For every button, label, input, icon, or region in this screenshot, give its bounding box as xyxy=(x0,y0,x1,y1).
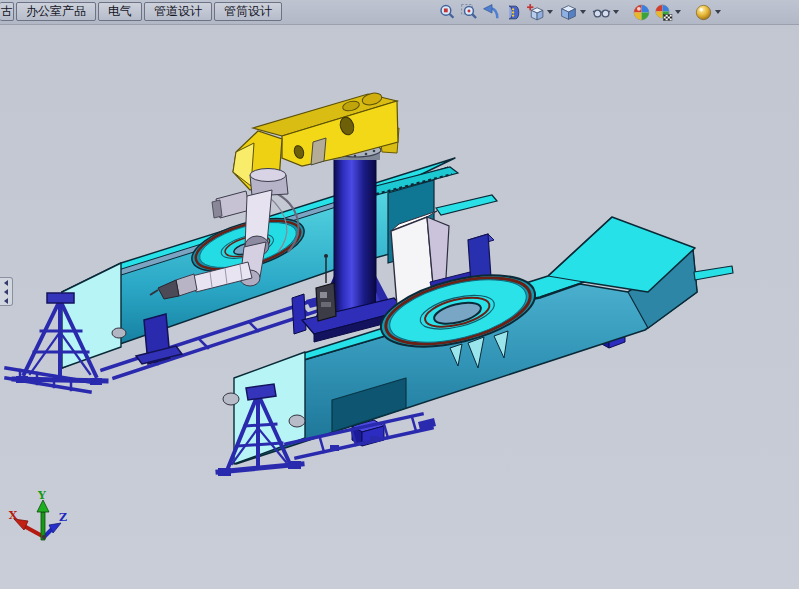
hide-show-items-icon[interactable] xyxy=(592,3,611,22)
collapse-arrow-icon xyxy=(4,298,8,304)
previous-view-icon[interactable] xyxy=(482,3,501,22)
dropdown-arrow[interactable] xyxy=(715,10,721,14)
axis-label-x: X xyxy=(9,509,18,522)
dropdown-arrow[interactable] xyxy=(580,10,586,14)
dropdown-arrow[interactable] xyxy=(675,10,681,14)
featuremanager-collapse-button[interactable] xyxy=(0,277,13,306)
tab-tubing-design[interactable]: 管筒设计 xyxy=(214,2,282,21)
command-manager-bar: 古 办公室产品 电气 管道设计 管筒设计 xyxy=(0,0,799,25)
pivot-pin[interactable] xyxy=(223,393,239,405)
realview-graphics-icon[interactable] xyxy=(632,3,651,22)
view-toolbar xyxy=(436,1,725,23)
apply-scene-icon[interactable] xyxy=(654,3,673,22)
pivot-pin[interactable] xyxy=(289,415,305,427)
zoom-to-area-icon[interactable] xyxy=(460,3,479,22)
viewport-3d[interactable]: X Y Z xyxy=(0,0,799,589)
dropdown-arrow[interactable] xyxy=(613,10,619,14)
pivot-pin[interactable] xyxy=(112,328,126,338)
tab-electrical[interactable]: 电气 xyxy=(98,2,142,21)
display-style-icon[interactable] xyxy=(559,3,578,22)
tab-partial[interactable]: 古 xyxy=(0,2,14,21)
view-settings-icon[interactable] xyxy=(694,3,713,22)
tab-office-products[interactable]: 办公室产品 xyxy=(16,2,96,21)
axis-label-z: Z xyxy=(59,511,67,524)
collapse-arrow-icon xyxy=(4,289,8,295)
tab-piping-design[interactable]: 管道设计 xyxy=(144,2,212,21)
application-window: X Y Z 古 办公室产品 电气 管道设计 管筒设计 xyxy=(0,0,799,589)
collapse-arrow-icon xyxy=(4,280,8,286)
section-view-icon[interactable] xyxy=(504,3,523,22)
view-orientation-icon[interactable] xyxy=(526,3,545,22)
dropdown-arrow[interactable] xyxy=(547,10,553,14)
zoom-to-fit-icon[interactable] xyxy=(438,3,457,22)
axis-label-y: Y xyxy=(37,489,46,502)
